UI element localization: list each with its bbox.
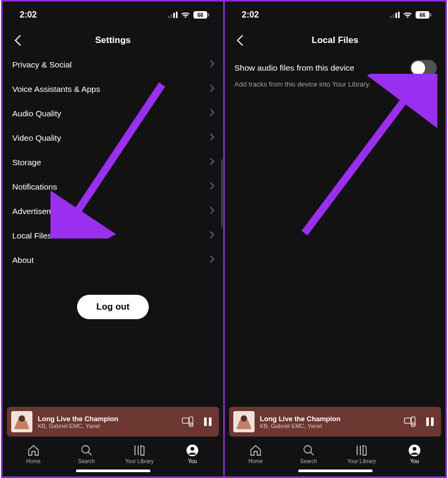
status-bar: 2:02 66 [225, 2, 445, 28]
svg-point-12 [190, 423, 192, 425]
battery-icon: 66 [193, 11, 209, 19]
library-icon [355, 444, 368, 457]
svg-rect-1 [171, 14, 172, 18]
nav-label: You [188, 458, 197, 464]
svg-point-36 [304, 446, 311, 453]
settings-item-video-quality[interactable]: Video Quality [3, 126, 223, 150]
settings-item-storage[interactable]: Storage [3, 150, 223, 175]
chevron-right-icon [209, 157, 215, 168]
you-icon [186, 444, 199, 457]
page-title: Local Files [234, 35, 436, 46]
battery-icon: 66 [416, 11, 432, 19]
nav-home[interactable]: Home [7, 444, 60, 464]
album-art [233, 411, 255, 432]
devices-icon[interactable] [182, 416, 193, 427]
show-audio-files-toggle[interactable] [410, 60, 437, 76]
nav-library[interactable]: Your Library [335, 444, 388, 464]
now-playing-title: Long Live the Champion [260, 415, 399, 423]
home-indicator [76, 470, 150, 472]
svg-rect-13 [204, 417, 207, 426]
now-playing-bar[interactable]: Long Live the Champion KB, Gabriel EMC, … [7, 407, 219, 437]
devices-icon[interactable] [404, 416, 416, 427]
settings-list: Privacy & Social Voice Assistants & Apps… [3, 53, 223, 407]
pause-button[interactable] [203, 416, 213, 427]
settings-item-local-files[interactable]: Local Files [3, 224, 223, 248]
nav-label: Your Library [125, 458, 154, 464]
svg-rect-5 [208, 13, 209, 16]
svg-rect-31 [404, 418, 411, 423]
status-bar: 2:02 66 [3, 2, 223, 28]
svg-text:66: 66 [419, 12, 426, 18]
search-icon [80, 444, 93, 457]
now-playing-artist: KB, Gabriel EMC, Yariel [260, 423, 399, 429]
header: Local Files [225, 28, 445, 53]
svg-rect-14 [209, 417, 212, 426]
settings-item-label: Storage [12, 158, 41, 167]
now-playing-bar[interactable]: Long Live the Champion KB, Gabriel EMC, … [229, 407, 441, 437]
search-icon [302, 444, 315, 457]
library-icon [133, 444, 146, 457]
svg-point-41 [413, 447, 417, 451]
nav-search[interactable]: Search [282, 444, 335, 464]
bottom-nav: Home Search Your Library You [225, 441, 445, 466]
wifi-icon [403, 12, 412, 19]
now-playing-artist: KB, Gabriel EMC, Yariel [38, 423, 176, 429]
chevron-right-icon [209, 108, 215, 119]
pause-button[interactable] [425, 416, 435, 427]
logout-button[interactable]: Log out [77, 295, 148, 319]
svg-line-16 [88, 452, 91, 455]
show-audio-files-row: Show audio files from this device [225, 53, 445, 79]
svg-rect-2 [173, 13, 175, 18]
svg-rect-3 [176, 12, 177, 18]
nav-home[interactable]: Home [229, 444, 282, 464]
settings-item-label: Video Quality [12, 133, 61, 143]
home-icon [27, 444, 40, 457]
settings-item-audio-quality[interactable]: Audio Quality [3, 101, 223, 126]
svg-rect-22 [393, 14, 394, 18]
svg-rect-0 [168, 16, 170, 18]
status-time: 2:02 [20, 10, 37, 20]
svg-rect-26 [430, 13, 432, 16]
settings-item-notifications[interactable]: Notifications [3, 175, 223, 199]
nav-label: Your Library [348, 458, 376, 464]
settings-item-label: Local Files [12, 231, 52, 241]
settings-item-advertisements[interactable]: Advertisements [3, 199, 223, 224]
nav-library[interactable]: Your Library [113, 444, 166, 464]
nav-label: Home [27, 458, 41, 464]
nav-label: Home [249, 458, 263, 464]
wifi-icon [181, 12, 190, 19]
svg-rect-21 [390, 16, 392, 18]
settings-item-label: About [12, 255, 34, 265]
you-icon [408, 444, 421, 457]
svg-rect-23 [395, 13, 397, 18]
nav-you[interactable]: You [166, 444, 219, 464]
settings-item-privacy-social[interactable]: Privacy & Social [3, 53, 223, 77]
svg-rect-10 [182, 418, 189, 423]
scrollbar-indicator [221, 159, 223, 228]
cellular-signal-icon [390, 12, 400, 18]
settings-item-label: Notifications [12, 182, 57, 192]
settings-item-about[interactable]: About [3, 248, 223, 272]
phone-settings: 2:02 66 Settings Privacy & [3, 2, 223, 476]
chevron-right-icon [209, 206, 215, 217]
home-icon [249, 444, 262, 457]
back-button[interactable] [10, 33, 25, 48]
settings-item-label: Voice Assistants & Apps [12, 84, 100, 94]
chevron-right-icon [209, 255, 215, 266]
back-button[interactable] [232, 33, 247, 48]
home-indicator [298, 470, 373, 472]
settings-item-voice-assistants[interactable]: Voice Assistants & Apps [3, 77, 223, 101]
svg-line-28 [305, 84, 416, 233]
now-playing-title: Long Live the Champion [38, 415, 176, 423]
settings-item-label: Audio Quality [12, 109, 61, 118]
nav-label: Search [78, 458, 95, 464]
toggle-label: Show audio files from this device [234, 63, 354, 73]
chevron-right-icon [209, 231, 215, 241]
album-art [11, 411, 32, 432]
chevron-right-icon [209, 182, 215, 192]
nav-search[interactable]: Search [60, 444, 113, 464]
nav-you[interactable]: You [388, 444, 441, 464]
nav-label: You [410, 458, 419, 464]
bottom-nav: Home Search Your Library You [3, 441, 223, 466]
svg-line-37 [310, 452, 314, 455]
